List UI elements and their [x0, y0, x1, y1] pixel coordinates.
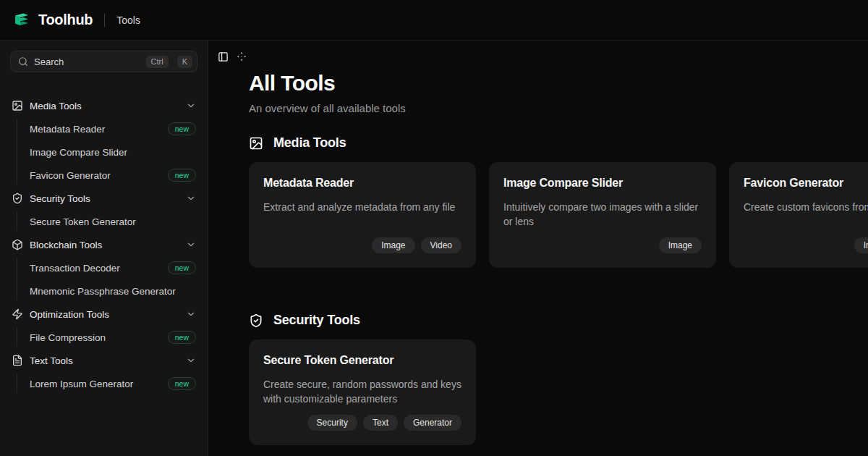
search-box[interactable]: Ctrl K	[10, 51, 197, 72]
new-badge: new	[168, 331, 196, 345]
kbd-ctrl: Ctrl	[146, 56, 169, 68]
new-badge: new	[168, 261, 196, 275]
page-subtitle: An overview of all available tools	[249, 102, 868, 114]
panel-left-toggle-icon[interactable]	[218, 51, 229, 62]
section-label: Security Tools	[273, 313, 360, 328]
topbar-nav-tools[interactable]: Tools	[116, 14, 140, 26]
section-header-security-tools: Security Tools	[249, 313, 868, 328]
sidebar-item-mnemonic-passphrase-generator[interactable]: Mnemonic Passphrase Generator	[0, 279, 208, 303]
chevron-down-icon	[186, 101, 196, 111]
card-title: Secure Token Generator	[263, 354, 461, 367]
card-secure-token-generator[interactable]: Secure Token Generator Create secure, ra…	[249, 339, 476, 445]
sidebar-item-label: Secure Token Generator	[30, 216, 196, 227]
image-icon	[12, 100, 23, 111]
sidebar-section-optimization-tools[interactable]: Optimization Tools	[0, 303, 208, 326]
topbar: Toolhub Tools	[0, 0, 868, 41]
media-tools-cards: Metadata Reader Extract and analyze meta…	[249, 162, 868, 268]
brand-name: Toolhub	[38, 12, 93, 28]
sidebar-item-label: Image Compare Slider	[30, 147, 196, 158]
toolhub-logo-icon	[12, 10, 31, 30]
sidebar-section-label: Text Tools	[30, 355, 179, 366]
chevron-down-icon	[186, 193, 196, 203]
card-tags: Image	[744, 237, 868, 253]
sidebar-item-image-compare-slider[interactable]: Image Compare Slider	[0, 140, 208, 164]
sidebar-section-blockchain-tools[interactable]: Blockchain Tools	[0, 233, 208, 256]
sidebar-section-label: Security Tools	[30, 193, 179, 204]
shield-check-icon	[12, 193, 23, 204]
sidebar-item-label: Mnemonic Passphrase Generator	[30, 286, 196, 297]
sidebar-section-label: Optimization Tools	[30, 309, 179, 320]
card-description: Create custom favicons from any image	[744, 200, 868, 214]
card-tags: Image Video	[263, 237, 461, 253]
tag: Image	[659, 237, 702, 253]
security-tools-cards: Secure Token Generator Create secure, ra…	[249, 339, 868, 445]
tag: Image	[372, 237, 414, 253]
card-tags: Security Text Generator	[263, 415, 461, 431]
kbd-k: K	[177, 56, 192, 68]
image-icon	[249, 136, 263, 151]
search-icon	[18, 56, 28, 67]
move-handle-icon[interactable]	[237, 51, 247, 62]
sidebar-item-favicon-generator[interactable]: Favicon Generator new	[0, 164, 208, 187]
card-metadata-reader[interactable]: Metadata Reader Extract and analyze meta…	[249, 162, 476, 268]
sidebar-section-text-tools[interactable]: Text Tools	[0, 349, 208, 372]
box-icon	[12, 239, 23, 250]
tag: Video	[421, 237, 461, 253]
card-title: Metadata Reader	[263, 177, 461, 190]
main-content: All Tools An overview of all available t…	[208, 41, 868, 456]
card-description: Extract and analyze metadata from any fi…	[263, 200, 461, 214]
sidebar-item-label: Lorem Ipsum Generator	[30, 379, 168, 389]
sidebar-nav: Media Tools Metadata Reader new Image Co…	[0, 83, 208, 395]
sidebar-section-media-tools[interactable]: Media Tools	[0, 94, 208, 117]
card-description: Intuitively compare two images with a sl…	[503, 200, 702, 229]
shield-check-icon	[249, 313, 263, 328]
tag: Security	[307, 415, 357, 431]
sidebar-item-label: Favicon Generator	[30, 170, 168, 181]
sidebar-item-transaction-decoder[interactable]: Transaction Decoder new	[0, 256, 208, 279]
sidebar-item-lorem-ipsum-generator[interactable]: Lorem Ipsum Generator new	[0, 372, 208, 395]
card-description: Create secure, random passwords and keys…	[263, 377, 461, 406]
sidebar-section-label: Blockchain Tools	[30, 240, 179, 250]
card-title: Image Compare Slider	[503, 177, 702, 190]
section-label: Media Tools	[273, 135, 346, 151]
sidebar-section-security-tools[interactable]: Security Tools	[0, 187, 208, 210]
sidebar-item-metadata-reader[interactable]: Metadata Reader new	[0, 117, 208, 140]
sidebar-item-secure-token-generator[interactable]: Secure Token Generator	[0, 210, 208, 233]
page-title: All Tools	[249, 71, 868, 96]
card-title: Favicon Generator	[744, 177, 868, 190]
sidebar-item-label: Metadata Reader	[30, 124, 168, 135]
sidebar-section-label: Media Tools	[30, 101, 179, 111]
tag: Generator	[404, 415, 461, 431]
sidebar-item-label: Transaction Decoder	[30, 263, 168, 274]
chevron-down-icon	[186, 309, 196, 319]
tag: Image	[854, 237, 868, 253]
card-tags: Image	[503, 237, 702, 253]
main-toolbar	[218, 51, 868, 62]
zap-icon	[12, 308, 23, 320]
new-badge: new	[168, 377, 196, 391]
tag: Text	[363, 415, 398, 431]
sidebar-item-file-compression[interactable]: File Compression new	[0, 326, 208, 349]
sidebar-item-label: File Compression	[30, 332, 168, 343]
file-text-icon	[12, 355, 23, 366]
new-badge: new	[168, 122, 196, 136]
topbar-divider	[104, 14, 105, 27]
section-header-media-tools: Media Tools	[249, 135, 868, 151]
card-favicon-generator[interactable]: Favicon Generator Create custom favicons…	[729, 162, 868, 268]
chevron-down-icon	[186, 355, 196, 366]
sidebar: Ctrl K Media Tools Metadata Reader new I…	[0, 41, 208, 456]
search-input[interactable]	[34, 56, 140, 67]
card-image-compare-slider[interactable]: Image Compare Slider Intuitively compare…	[489, 162, 716, 268]
new-badge: new	[168, 169, 196, 182]
chevron-down-icon	[186, 240, 196, 250]
